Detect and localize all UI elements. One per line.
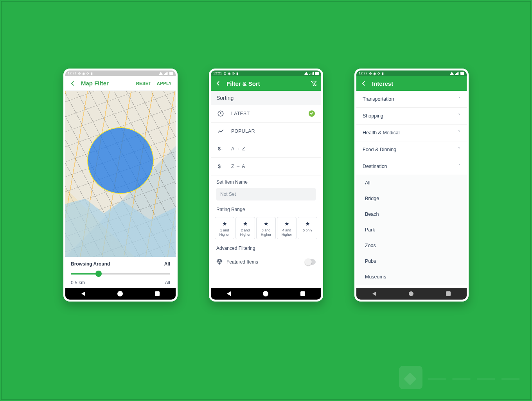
rating-label: 2 and Higher xyxy=(237,228,254,237)
gear-icon: ⚙ xyxy=(223,72,226,75)
nav-recent-icon[interactable] xyxy=(300,291,305,296)
phone-map-filter: 12:21 ⚙ ◉ ⟳ ▮ Map Filter RESET APPLY xyxy=(63,69,178,302)
star-icon: ★ xyxy=(284,220,289,227)
watermark: ◆ — — — — xyxy=(399,366,520,389)
battery-icon xyxy=(315,72,319,75)
rating-option-1[interactable]: ★ 1 and Higher xyxy=(215,217,234,239)
category-label: Shopping xyxy=(363,113,383,119)
subcategory-item[interactable]: Bridge xyxy=(356,191,467,206)
distance-slider[interactable] xyxy=(71,271,170,277)
map-radius-circle[interactable] xyxy=(87,127,154,194)
category-row[interactable]: Health & Medical˅ xyxy=(356,125,467,141)
apply-button[interactable]: APPLY xyxy=(157,81,172,86)
slider-thumb[interactable] xyxy=(95,271,102,277)
nav-recent-icon[interactable] xyxy=(446,291,451,296)
distance-value: 0.5 km xyxy=(71,280,85,285)
sort-option-az[interactable]: $↓ A → Z xyxy=(211,140,321,158)
wifi-icon xyxy=(304,72,308,75)
browse-all-top[interactable]: All xyxy=(164,261,170,267)
rating-label: 4 and Higher xyxy=(278,228,295,237)
item-name-input[interactable]: Not Set xyxy=(216,188,316,200)
nav-home-icon[interactable] xyxy=(117,291,123,296)
sorting-header: Sorting xyxy=(211,91,321,105)
back-button[interactable] xyxy=(69,80,76,87)
featured-items-row: Featured Items xyxy=(211,255,321,269)
reset-button[interactable]: RESET xyxy=(136,81,151,86)
selected-check-icon xyxy=(309,110,315,117)
note-icon: ▮ xyxy=(236,72,239,75)
rating-option-2[interactable]: ★ 2 and Higher xyxy=(235,217,255,239)
battery-icon xyxy=(169,72,173,75)
rating-option-5[interactable]: ★ 5 only xyxy=(298,217,317,239)
toggle-knob xyxy=(305,258,312,266)
browse-all-bottom[interactable]: All xyxy=(165,280,170,285)
page-title: Interest xyxy=(372,80,463,87)
android-navbar xyxy=(211,288,321,300)
signal-icon xyxy=(309,72,314,75)
category-row[interactable]: Food & Dinning˅ xyxy=(356,141,467,158)
rating-label: 3 and Higher xyxy=(257,228,275,237)
item-name-label: Set Item Name xyxy=(216,179,316,185)
circle-icon: ◉ xyxy=(373,72,376,75)
note-icon: ▮ xyxy=(91,72,94,75)
rating-option-3[interactable]: ★ 3 and Higher xyxy=(256,217,276,239)
status-bar: 12:21 ⚙ ◉ ⟳ ▮ xyxy=(211,70,321,76)
subcategory-item[interactable]: Beach xyxy=(356,206,467,222)
sync-icon: ⟳ xyxy=(86,72,90,75)
category-row[interactable]: Transportation˅ xyxy=(356,91,467,108)
sync-icon: ⟳ xyxy=(377,72,381,75)
subcategory-item[interactable]: All xyxy=(356,175,467,191)
sort-option-popular[interactable]: POPULAR xyxy=(211,123,321,140)
category-label: Food & Dinning xyxy=(363,147,396,152)
subcategory-item[interactable]: Museums xyxy=(356,269,467,285)
arrow-left-icon xyxy=(69,80,76,87)
rating-option-4[interactable]: ★ 4 and Higher xyxy=(277,217,297,239)
nav-home-icon[interactable] xyxy=(263,291,268,296)
sort-label: POPULAR xyxy=(231,128,255,134)
subcategory-item[interactable]: Pubs xyxy=(356,253,467,269)
watermark-logo-icon: ◆ xyxy=(399,366,422,389)
rating-range-label: Rating Range xyxy=(216,207,316,212)
nav-back-icon[interactable] xyxy=(372,291,376,296)
back-button[interactable] xyxy=(360,80,367,87)
page-title: Map Filter xyxy=(81,80,131,87)
status-time: 12:22 xyxy=(359,71,368,75)
arrow-left-icon xyxy=(360,80,367,87)
status-bar: 12:22 ⚙ ◉ ⟳ ▮ xyxy=(356,70,467,76)
map-view[interactable] xyxy=(65,91,176,257)
chevron-down-icon: ˅ xyxy=(458,147,460,152)
arrow-left-icon xyxy=(215,80,222,87)
note-icon: ▮ xyxy=(382,72,385,75)
category-row[interactable]: Destination˄ xyxy=(356,158,467,175)
diamond-icon xyxy=(216,259,223,265)
nav-back-icon[interactable] xyxy=(227,291,231,296)
watermark-text: — — — — xyxy=(428,367,520,388)
filter-clear-icon xyxy=(310,80,317,87)
chevron-down-icon: ˅ xyxy=(458,96,460,102)
circle-icon: ◉ xyxy=(82,72,85,75)
subcategory-item[interactable]: Park xyxy=(356,222,467,238)
back-button[interactable] xyxy=(215,80,222,87)
android-navbar xyxy=(356,288,467,300)
featured-toggle[interactable] xyxy=(305,259,316,265)
category-row[interactable]: Shopping˅ xyxy=(356,108,467,125)
sort-option-za[interactable]: $↑ Z → A xyxy=(211,158,321,175)
clear-filter-button[interactable] xyxy=(310,80,317,87)
gear-icon: ⚙ xyxy=(369,72,372,75)
browse-panel: Browsing Around All 0.5 km All xyxy=(65,257,176,288)
nav-back-icon[interactable] xyxy=(81,291,85,296)
subcategory-list: AllBridgeBeachParkZoosPubsMuseums xyxy=(356,175,467,285)
nav-home-icon[interactable] xyxy=(409,291,413,296)
category-label: Transportation xyxy=(363,96,394,102)
clock-icon xyxy=(217,110,224,117)
featured-items-label: Featured Items xyxy=(226,259,258,265)
subcategory-item[interactable]: Zoos xyxy=(356,238,467,253)
sync-icon: ⟳ xyxy=(232,72,235,75)
trending-icon xyxy=(217,128,224,135)
star-icon: ★ xyxy=(305,220,310,227)
status-time: 12:21 xyxy=(68,71,77,75)
sort-asc-icon: $↓ xyxy=(217,145,224,152)
nav-recent-icon[interactable] xyxy=(155,291,160,296)
rating-label: 5 only xyxy=(303,228,312,233)
sort-option-latest[interactable]: LATEST xyxy=(211,105,321,123)
